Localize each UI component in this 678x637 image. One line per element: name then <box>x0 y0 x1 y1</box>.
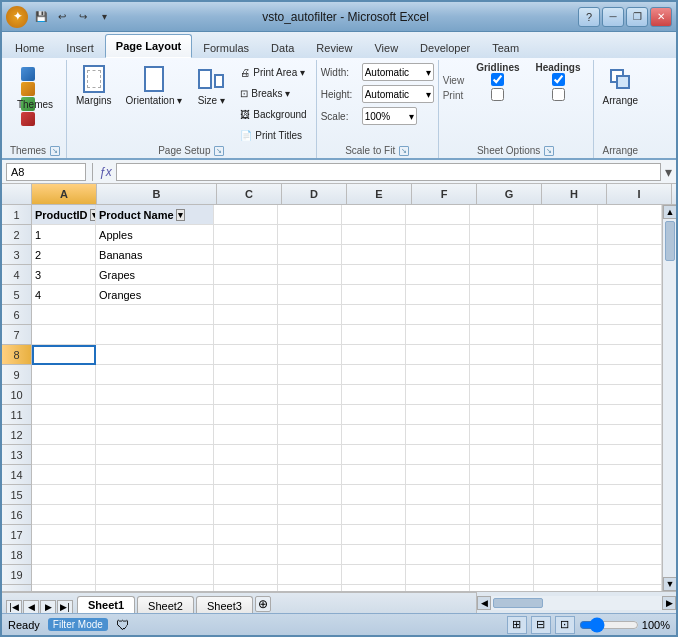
cell-f13[interactable] <box>406 445 470 465</box>
row-header-4[interactable]: 4 <box>2 265 31 285</box>
tab-view[interactable]: View <box>363 36 409 58</box>
cell-c13[interactable] <box>214 445 278 465</box>
height-select[interactable]: Automatic▾ <box>362 85 434 103</box>
cell-b5[interactable]: Oranges <box>96 285 214 305</box>
tab-home[interactable]: Home <box>4 36 55 58</box>
cell-c15[interactable] <box>214 485 278 505</box>
cell-f10[interactable] <box>406 385 470 405</box>
scroll-up-btn[interactable]: ▲ <box>663 205 676 219</box>
cell-g14[interactable] <box>470 465 534 485</box>
cell-a14[interactable] <box>32 465 96 485</box>
customize-quick-btn[interactable]: ▾ <box>95 8 113 26</box>
cell-c12[interactable] <box>214 425 278 445</box>
cell-g12[interactable] <box>470 425 534 445</box>
scroll-thumb[interactable] <box>665 221 675 261</box>
cell-a20[interactable] <box>32 585 96 591</box>
cell-h18[interactable] <box>534 545 598 565</box>
scroll-left-btn[interactable]: ◀ <box>477 596 491 610</box>
cell-g15[interactable] <box>470 485 534 505</box>
cell-e4[interactable] <box>342 265 406 285</box>
cell-e3[interactable] <box>342 245 406 265</box>
cell-d15[interactable] <box>278 485 342 505</box>
headings-view-checkbox[interactable] <box>552 73 565 86</box>
page-setup-expand[interactable]: ↘ <box>214 146 224 156</box>
cell-f18[interactable] <box>406 545 470 565</box>
row-header-14[interactable]: 14 <box>2 465 31 485</box>
cell-f14[interactable] <box>406 465 470 485</box>
row-header-15[interactable]: 15 <box>2 485 31 505</box>
col-header-c[interactable]: C <box>217 184 282 204</box>
cell-a12[interactable] <box>32 425 96 445</box>
page-break-view-btn[interactable]: ⊡ <box>555 616 575 634</box>
cell-i16[interactable] <box>598 505 662 525</box>
cell-h2[interactable] <box>534 225 598 245</box>
sheet-nav-next[interactable]: ▶ <box>40 600 56 613</box>
cell-f11[interactable] <box>406 405 470 425</box>
cell-g9[interactable] <box>470 365 534 385</box>
cell-i17[interactable] <box>598 525 662 545</box>
row-header-12[interactable]: 12 <box>2 425 31 445</box>
cell-h4[interactable] <box>534 265 598 285</box>
cell-b13[interactable] <box>96 445 214 465</box>
cell-h12[interactable] <box>534 425 598 445</box>
cell-e19[interactable] <box>342 565 406 585</box>
save-quick-btn[interactable]: 💾 <box>32 8 50 26</box>
cell-b14[interactable] <box>96 465 214 485</box>
cell-a2[interactable]: 1 <box>32 225 96 245</box>
cell-f7[interactable] <box>406 325 470 345</box>
cell-b16[interactable] <box>96 505 214 525</box>
col-header-b[interactable]: B <box>97 184 217 204</box>
print-titles-button[interactable]: 📄 Print Titles <box>235 125 311 145</box>
cell-e17[interactable] <box>342 525 406 545</box>
cell-a5[interactable]: 4 <box>32 285 96 305</box>
cell-g4[interactable] <box>470 265 534 285</box>
cell-c8[interactable] <box>214 345 278 365</box>
cell-a13[interactable] <box>32 445 96 465</box>
cell-i3[interactable] <box>598 245 662 265</box>
cell-a15[interactable] <box>32 485 96 505</box>
scroll-right-btn[interactable]: ▶ <box>662 596 676 610</box>
cell-d14[interactable] <box>278 465 342 485</box>
scale-select[interactable]: 100%▾ <box>362 107 417 125</box>
headings-print-checkbox[interactable] <box>552 88 565 101</box>
col-header-d[interactable]: D <box>282 184 347 204</box>
cell-f3[interactable] <box>406 245 470 265</box>
cell-a10[interactable] <box>32 385 96 405</box>
row-header-17[interactable]: 17 <box>2 525 31 545</box>
col-header-i[interactable]: I <box>607 184 672 204</box>
cell-h16[interactable] <box>534 505 598 525</box>
vertical-scrollbar[interactable]: ▲ ▼ <box>662 205 676 591</box>
cell-e14[interactable] <box>342 465 406 485</box>
cell-h14[interactable] <box>534 465 598 485</box>
formula-expand-btn[interactable]: ▾ <box>665 164 672 180</box>
cell-i6[interactable] <box>598 305 662 325</box>
cell-i2[interactable] <box>598 225 662 245</box>
cell-i20[interactable] <box>598 585 662 591</box>
width-select[interactable]: Automatic▾ <box>362 63 434 81</box>
cell-h17[interactable] <box>534 525 598 545</box>
cell-b4[interactable]: Grapes <box>96 265 214 285</box>
cell-c18[interactable] <box>214 545 278 565</box>
cell-e9[interactable] <box>342 365 406 385</box>
row-header-11[interactable]: 11 <box>2 405 31 425</box>
cell-h15[interactable] <box>534 485 598 505</box>
sheet-tab-sheet3[interactable]: Sheet3 <box>196 596 253 613</box>
cell-b18[interactable] <box>96 545 214 565</box>
tab-formulas[interactable]: Formulas <box>192 36 260 58</box>
cell-b8[interactable] <box>96 345 214 365</box>
cell-c5[interactable] <box>214 285 278 305</box>
cell-f4[interactable] <box>406 265 470 285</box>
page-layout-view-btn[interactable]: ⊟ <box>531 616 551 634</box>
cell-e1[interactable] <box>342 205 406 225</box>
background-button[interactable]: 🖼 Background <box>235 104 311 124</box>
cell-a16[interactable] <box>32 505 96 525</box>
cell-d7[interactable] <box>278 325 342 345</box>
cell-g2[interactable] <box>470 225 534 245</box>
cell-d13[interactable] <box>278 445 342 465</box>
row-header-5[interactable]: 5 <box>2 285 31 305</box>
cell-a11[interactable] <box>32 405 96 425</box>
cell-a19[interactable] <box>32 565 96 585</box>
row-header-9[interactable]: 9 <box>2 365 31 385</box>
row-header-13[interactable]: 13 <box>2 445 31 465</box>
cell-c11[interactable] <box>214 405 278 425</box>
